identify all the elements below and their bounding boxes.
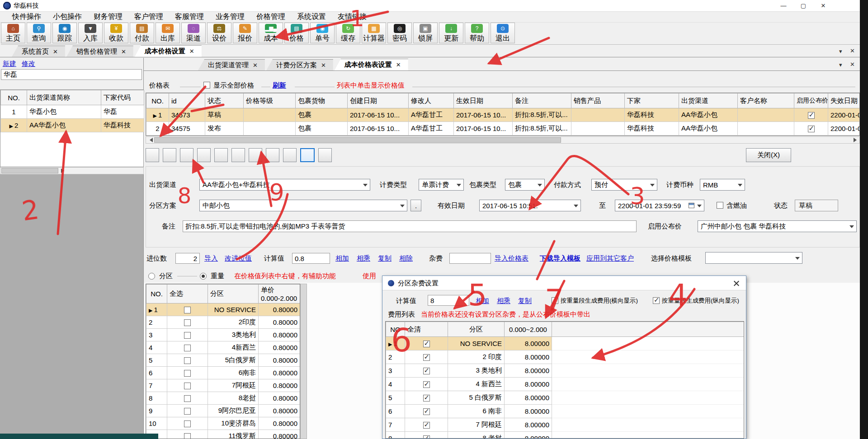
toolbar-button[interactable]: ↓ 更新	[439, 23, 463, 43]
price-table-hscrollbar[interactable]	[146, 136, 860, 144]
tab-list-dropdown-icon[interactable]: ▾	[839, 48, 842, 55]
tab-close-icon[interactable]: ✕	[121, 48, 126, 55]
toolbar-button[interactable]: ◉ 跟踪	[52, 23, 77, 43]
tab-close-icon[interactable]: ✕	[53, 48, 58, 55]
publish-price-combo[interactable]: 广州中邮小包 包裹 华磊科技	[698, 220, 857, 232]
toolbar-button[interactable]: ▤ 付款	[130, 23, 154, 43]
payment-combo[interactable]: 预付	[591, 179, 657, 191]
action-button[interactable]	[283, 148, 297, 162]
toolbar-button[interactable]: ◎ 密码	[387, 23, 412, 43]
action-button[interactable]	[318, 148, 332, 162]
valid-from-picker[interactable]: 2017-06-15 10:51:	[479, 200, 581, 211]
tab-bar-close-icon[interactable]: ✕	[850, 47, 855, 54]
toolbar-button[interactable]: ¥ 收款	[104, 23, 128, 43]
toolbar-button[interactable]: ? 帮助	[465, 23, 489, 43]
fee-row-checkbox[interactable]	[423, 354, 430, 361]
zone-row-checkbox[interactable]	[184, 433, 191, 439]
toolbar-button[interactable]: ▣ 锁屏	[413, 23, 438, 43]
fuel-included-checkbox[interactable]	[717, 202, 723, 209]
fee-row-checkbox[interactable]	[423, 341, 430, 347]
calc-op-link[interactable]: 相除	[399, 252, 413, 264]
dialog-op-link[interactable]: 复制	[518, 295, 532, 307]
menu-item[interactable]: 财务管理	[88, 11, 128, 23]
menu-item[interactable]: 业务管理	[210, 11, 250, 23]
tab[interactable]: 销售价格管理 ✕	[66, 46, 133, 57]
show-all-prices-checkbox[interactable]	[203, 82, 210, 89]
toolbar-button[interactable]: ✉ 出库	[156, 23, 180, 43]
fee-row-checkbox[interactable]	[423, 368, 430, 374]
calc-op-link[interactable]: 相加	[335, 252, 349, 264]
action-button[interactable]	[197, 148, 211, 162]
fee-table-row[interactable]: 7 7 阿根廷 8.00000	[386, 418, 744, 432]
zone-price-row[interactable]: 2 2印度 0.80000	[146, 316, 300, 329]
zone-row-checkbox[interactable]	[184, 420, 191, 427]
tab[interactable]: 出货渠道管理 ✕	[198, 59, 265, 70]
inner-tab-close-icon[interactable]: ✕	[850, 61, 855, 68]
channel-table-hscrollbar[interactable]	[0, 167, 144, 174]
maximize-button[interactable]: ▢	[794, 0, 813, 12]
channel-row[interactable]: 2 AA华磊小包 华磊科技	[1, 119, 144, 132]
menu-item[interactable]: 友情链接	[332, 11, 373, 23]
calc-op-link[interactable]: 相乘	[357, 252, 370, 264]
zone-row-checkbox[interactable]	[184, 395, 191, 402]
fee-row-checkbox[interactable]	[423, 422, 430, 429]
tab-close-icon[interactable]: ✕	[321, 62, 326, 69]
zone-plan-combo[interactable]: 中邮小包	[199, 200, 407, 211]
import-price-table-link[interactable]: 导入价格表	[495, 252, 528, 264]
scroll-right-icon[interactable]	[61, 168, 66, 173]
menu-item[interactable]: 客服管理	[169, 11, 210, 23]
import-link[interactable]: 导入	[204, 252, 218, 264]
tab[interactable]: 成本价格设置 ✕	[135, 45, 202, 57]
action-button[interactable]	[266, 148, 279, 162]
zone-price-row[interactable]: 7 7阿根廷 0.80000	[146, 379, 300, 392]
inner-tab-dropdown-icon[interactable]: ▾	[839, 61, 842, 68]
valid-to-picker[interactable]: 2200-01-01 23:59:59	[615, 200, 704, 211]
fee-table-row[interactable]: 6 6 南非 8.00000	[386, 405, 744, 418]
zone-mode-radio[interactable]	[148, 273, 155, 280]
toolbar-button[interactable]: ⊙ 退出	[491, 23, 515, 43]
currency-combo[interactable]: RMB	[700, 179, 745, 191]
edit-channel-link[interactable]: 修改	[22, 58, 35, 70]
dialog-calc-input[interactable]	[428, 295, 469, 306]
zone-row-checkbox[interactable]	[184, 332, 191, 339]
zone-price-row[interactable]: 3 3奥地利 0.80000	[146, 329, 300, 341]
zone-row-checkbox[interactable]	[184, 319, 191, 326]
action-button[interactable]	[249, 148, 262, 162]
tab[interactable]: 成本价格表设置 ✕	[335, 59, 408, 70]
new-channel-link[interactable]: 新建	[3, 58, 16, 70]
menu-item[interactable]: 快件操作	[6, 11, 47, 23]
zone-row-checkbox[interactable]	[184, 383, 191, 389]
published-price-checkbox[interactable]	[808, 112, 815, 119]
refresh-link[interactable]: 刷新	[273, 79, 286, 91]
toolbar-button[interactable]: ✎ 报价	[233, 23, 257, 43]
menu-item[interactable]: 客户管理	[128, 11, 169, 23]
misc-fee-input[interactable]	[449, 253, 491, 264]
action-button[interactable]	[180, 148, 193, 162]
weight-mode-radio[interactable]	[200, 273, 207, 280]
menu-item[interactable]: 价格管理	[250, 11, 291, 23]
zone-row-checkbox[interactable]	[184, 408, 191, 415]
zone-price-row[interactable]: 11 11俄罗斯 0.80000	[146, 430, 300, 439]
close-button[interactable]: ✕	[814, 0, 833, 12]
calc-op-link[interactable]: 复制	[378, 252, 392, 264]
minimize-button[interactable]: —	[774, 0, 793, 12]
fee-row-checkbox[interactable]	[423, 408, 430, 415]
toolbar-button[interactable]: ⌂ 主页	[1, 23, 25, 43]
channel-search-input[interactable]	[1, 69, 142, 80]
zone-price-row[interactable]: 9 9阿尔巴尼亚 0.80000	[146, 405, 300, 417]
action-button[interactable]	[214, 148, 228, 162]
parcel-type-combo[interactable]: 包裹	[505, 179, 545, 191]
action-button[interactable]	[300, 148, 315, 162]
toolbar-button[interactable]: ◌ 渠道	[181, 23, 206, 43]
tab[interactable]: 系统首页 ✕	[12, 46, 65, 57]
fee-horizontal-checkbox[interactable]	[552, 297, 558, 304]
zone-price-row[interactable]: 5 5白俄罗斯 0.80000	[146, 354, 300, 367]
fee-table-row[interactable]: 5 5 白俄罗斯 8.00000	[386, 391, 744, 405]
tab[interactable]: 计费分区方案 ✕	[266, 59, 333, 70]
zone-row-checkbox[interactable]	[184, 345, 191, 351]
zone-price-row[interactable]: 4 4新西兰 0.80000	[146, 341, 300, 354]
toolbar-button[interactable]: ◉ 单号	[310, 23, 335, 43]
zone-table-vscrollbar[interactable]	[300, 284, 307, 439]
choose-template-combo[interactable]	[705, 252, 802, 264]
close-tab-button[interactable]: 关闭(X)	[746, 148, 791, 162]
